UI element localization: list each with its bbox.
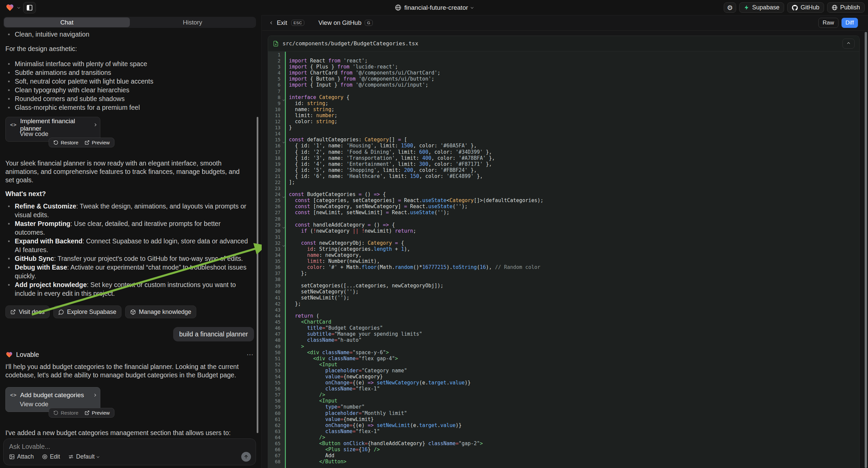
view-code-link[interactable]: View code	[10, 400, 96, 409]
line-number: 42	[268, 301, 285, 307]
line-number: 66	[268, 446, 285, 452]
attach-button[interactable]: Attach	[9, 453, 34, 460]
restore-button[interactable]: Restore	[53, 410, 79, 416]
code-line: 33 id: String(categories.length + 1),	[268, 246, 859, 252]
code-line: 17 { id: '2', name: 'Food & Dining', lim…	[268, 149, 859, 155]
file-header[interactable]: src/components/budget/BudgetCategories.t…	[268, 36, 859, 51]
code-line: 31	[268, 234, 859, 240]
code-text: const [categories, setCategories] = Reac…	[285, 197, 544, 203]
line-number: 6	[268, 82, 285, 88]
exit-button[interactable]: Exit ESC	[271, 19, 304, 27]
line-number: 29	[268, 222, 285, 228]
chat-scroll-area[interactable]: Clean, intuitive navigation For the desi…	[0, 29, 261, 450]
window-scrollbar-thumb[interactable]	[865, 32, 867, 468]
line-number: 21	[268, 173, 285, 179]
raw-toggle-button[interactable]: Raw	[818, 18, 838, 28]
code-line: 19 { id: '4', name: 'Entertainment', lim…	[268, 161, 859, 167]
code-text: limit: Number(newLimit),	[285, 258, 380, 264]
file-path: src/components/budget/BudgetCategories.t…	[282, 40, 418, 47]
message-menu-button[interactable]: ⋯	[247, 351, 254, 358]
line-number: 4	[268, 70, 285, 76]
restore-icon	[53, 140, 58, 145]
tab-chat[interactable]: Chat	[4, 18, 130, 27]
code-text: const defaultCategories: Category[] = [	[285, 137, 407, 143]
target-icon	[42, 454, 48, 460]
code-text: <Button onClick={handleAddCategory} clas…	[285, 440, 483, 446]
manage-knowledge-button[interactable]: Manage knowledge	[125, 305, 196, 318]
github-button[interactable]: GitHub	[787, 2, 824, 13]
collapse-file-button[interactable]	[842, 39, 855, 49]
code-text: placeholder="Category name"	[285, 368, 407, 374]
restore-button[interactable]: Restore	[53, 140, 79, 145]
line-number: 67	[268, 452, 285, 459]
code-text: <ChartCard	[285, 319, 331, 325]
whats-next-list: Refine & Customize: Tweak the design, an…	[5, 202, 254, 298]
line-number: 15	[268, 137, 285, 143]
diff-toggle-button[interactable]: Diff	[841, 18, 858, 28]
code-text: <Plus size={16} />	[285, 446, 380, 452]
code-line: 67 Add	[268, 452, 859, 459]
code-text: className="flex-1"	[285, 429, 380, 434]
explore-supabase-button[interactable]: Explore Supabase	[53, 305, 121, 318]
tab-history[interactable]: History	[130, 18, 256, 27]
action-chips: Visit docs Explore Supabase Manage knowl…	[5, 305, 254, 318]
bookmark-icon[interactable]	[0, 121, 1, 128]
code-line: 65 <Button onClick={handleAddCategory} c…	[268, 440, 859, 446]
chevron-right-icon	[93, 393, 96, 396]
chat-scrollbar-thumb[interactable]	[257, 117, 258, 433]
line-number: 60	[268, 410, 285, 416]
chat-composer: Attach Edit Default	[3, 438, 256, 465]
line-number: 19	[268, 161, 285, 167]
line-number: 7	[268, 88, 285, 94]
line-number: 33	[268, 246, 285, 252]
edit-button[interactable]: Edit	[42, 453, 60, 460]
globe-icon	[395, 4, 401, 11]
code-line: 25 const [categories, setCategories] = R…	[268, 197, 859, 203]
line-number: 11	[268, 113, 285, 118]
line-number: 61	[268, 416, 285, 422]
line-number: 27	[268, 209, 285, 215]
code-line: 48 className="h-auto"	[268, 337, 859, 343]
mode-select[interactable]: Default	[68, 453, 99, 460]
bullet-dot	[8, 34, 10, 35]
code-text	[285, 234, 289, 240]
project-chevron-down-icon	[471, 6, 473, 8]
design-bullet-list: Minimalist interface with plenty of whit…	[5, 59, 254, 112]
bullet-dot	[8, 89, 10, 91]
visit-docs-button[interactable]: Visit docs	[5, 305, 50, 318]
code-text: if (!newCategory || !newLimit) return;	[285, 228, 416, 234]
preview-button[interactable]: Preview	[85, 140, 110, 145]
code-line: 59 type="number"	[268, 404, 859, 410]
line-number: 25	[268, 197, 285, 203]
line-number: 62	[268, 422, 285, 429]
line-number: 30	[268, 228, 285, 234]
list-item: Debug with Ease: Activate our experiment…	[5, 263, 254, 280]
code-line: 3import { Plus } from 'lucide-react';	[268, 64, 859, 70]
code-line: 43	[268, 307, 859, 313]
code-line: 26 const [newCategory, setNewCategory] =…	[268, 203, 859, 209]
line-number: 57	[268, 392, 285, 398]
settings-button[interactable]: ⚙	[724, 2, 736, 13]
code-line: 41 setNewLimit('');	[268, 295, 859, 301]
supabase-button[interactable]: Supabase	[739, 2, 784, 13]
code-line: 40 setNewCategory('');	[268, 289, 859, 295]
send-button[interactable]	[241, 452, 251, 462]
publish-button[interactable]: Publish	[827, 2, 865, 13]
code-line: 6import { Input } from '@/components/ui/…	[268, 82, 859, 88]
chat-input[interactable]	[9, 443, 250, 450]
list-item: Add project knowledge: Set key context o…	[5, 280, 254, 298]
line-number: 35	[268, 258, 285, 264]
bookmark-icon[interactable]	[0, 391, 1, 399]
code-line: 35 limit: Number(newLimit),	[268, 258, 859, 264]
preview-button[interactable]: Preview	[85, 410, 110, 416]
code-line: 44 return (	[268, 313, 859, 319]
code-text: type="number"	[285, 404, 365, 410]
code-text: />	[285, 392, 325, 398]
line-number: 64	[268, 434, 285, 440]
code-text: value={newLimit}	[285, 416, 374, 422]
line-number: 3	[268, 64, 285, 70]
code-editor[interactable]: 12import React from 'react';3import { Pl…	[268, 52, 859, 468]
line-number: 52	[268, 361, 285, 368]
view-on-github-button[interactable]: View on GitHub G	[318, 19, 373, 27]
bullet-dot	[8, 72, 10, 74]
